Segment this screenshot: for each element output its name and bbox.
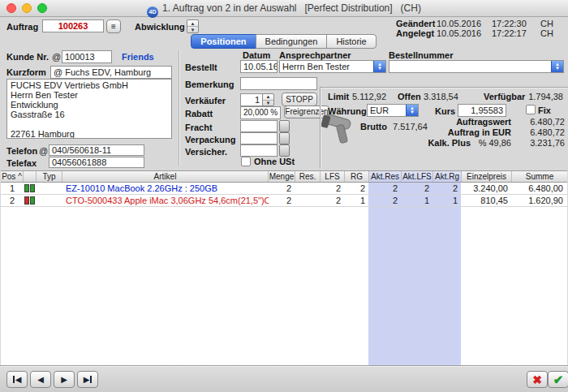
kurs-label: Kurs	[435, 106, 455, 116]
col-artikel[interactable]: Artikel	[62, 171, 269, 182]
col-einzelpreis[interactable]: Einzelpreis	[462, 171, 512, 182]
telefax-label: Telefax	[6, 158, 37, 168]
kalk-plus-percent: % 49,86	[471, 138, 511, 148]
col-akt-res[interactable]: Akt.Res	[369, 171, 402, 182]
verkaeufer-field[interactable]: 1	[240, 93, 263, 106]
auftrag-number-value: 100263	[58, 21, 88, 31]
verpackung-detail-button[interactable]	[279, 132, 290, 144]
ansprechpartner-value: Herrn Ben Tester	[282, 62, 350, 71]
stepper-up-icon: ▲	[187, 20, 198, 27]
kurzform-field[interactable]: @ Fuchs EDV, Hamburg	[50, 66, 172, 79]
limit-label: Limit	[328, 92, 349, 101]
cell-status	[24, 183, 37, 194]
bestellt-date-field[interactable]: 10.05.16	[240, 60, 278, 73]
fracht-detail-button[interactable]	[279, 120, 290, 132]
col-summe[interactable]: Summe	[512, 171, 567, 182]
col-status[interactable]	[24, 171, 37, 182]
cell-artikel: CTO-5000433 Apple iMac 3,06GHz 54,6cm(21…	[62, 195, 269, 206]
tab-positionen[interactable]: Positionen	[191, 34, 256, 49]
cancel-button[interactable]: ✖	[527, 371, 548, 388]
versicherung-detail-button[interactable]	[279, 144, 290, 157]
stepper-down-icon: ▼	[263, 101, 273, 106]
auftragswert-label: Auftragswert	[422, 117, 511, 127]
last-record-button[interactable]: ▶	[77, 371, 98, 388]
dropdown-arrows-icon: ▲▼	[406, 105, 418, 116]
col-akt-lfs[interactable]: Akt.LFS	[402, 171, 433, 182]
left-arrow-icon: ◀	[15, 375, 22, 384]
cell-summe: 6.480,00	[512, 183, 567, 194]
col-lfs[interactable]: LFS	[321, 171, 345, 182]
col-res[interactable]: Res.	[295, 171, 321, 182]
4d-logo-icon: 4D	[147, 6, 158, 18]
waehrung-select[interactable]: EUR ▲▼	[367, 104, 419, 117]
ohne-ust-checkbox[interactable]	[241, 157, 251, 166]
telefon-label: Telefon	[6, 146, 37, 156]
stopp-button[interactable]: STOPP	[282, 93, 317, 106]
cell-akt-lfs: 1	[402, 195, 433, 206]
tab-historie[interactable]: Historie	[326, 34, 376, 49]
right-arrow-icon: ▶	[61, 375, 67, 384]
close-window-button[interactable]	[6, 3, 16, 13]
auftrag-number-field[interactable]: 100263	[42, 19, 104, 32]
kunde-nr-field[interactable]: 100013	[62, 50, 112, 63]
abwicklung-stepper[interactable]: ▲ ▼	[187, 19, 199, 33]
panel-divider	[179, 50, 179, 166]
telefon-field[interactable]: 040/560618-11	[49, 144, 144, 156]
friends-link[interactable]: Friends	[122, 52, 154, 62]
auftragswert-row: Auftragswert 6.480,72	[422, 117, 565, 127]
verpackung-label: Verpackung	[185, 135, 235, 144]
tab-bar: Positionen Bedingungen Historie	[0, 34, 568, 49]
col-pos[interactable]: Pos ^	[1, 171, 24, 182]
versicherung-field[interactable]	[240, 144, 278, 157]
geaendert-date: 10.05.2016	[437, 19, 481, 28]
fix-checkbox[interactable]	[526, 105, 536, 114]
kalk-plus-row: Kalk. Plus % 49,86 3.231,76	[422, 138, 565, 148]
auftrag-list-button[interactable]: ≡	[106, 19, 121, 33]
next-record-button[interactable]: ▶	[54, 371, 75, 388]
cell-summe: 1.620,90	[512, 195, 567, 206]
table-row-1[interactable]: 1 EZ-10010 MacBook 2.26GHz : 250GB 2 2 2…	[1, 183, 567, 195]
previous-record-button[interactable]: ◀	[30, 371, 51, 388]
cell-menge: 2	[269, 183, 295, 194]
minimize-window-button[interactable]	[22, 3, 32, 13]
telefax-field[interactable]: 04056061888	[49, 157, 144, 168]
verkaeufer-label: Verkäufer	[185, 96, 226, 106]
bestellt-label: Bestellt	[185, 62, 217, 72]
address-box[interactable]: FUCHS EDV Vertriebs GmbH Herrn Ben Teste…	[6, 79, 172, 139]
zoom-window-button[interactable]	[37, 3, 47, 13]
bemerkung-label: Bemerkung	[185, 80, 235, 89]
confirm-button[interactable]: ✔	[548, 371, 568, 388]
versicherung-label: Versicher.	[185, 147, 227, 157]
positions-table-body[interactable]: 1 EZ-10010 MacBook 2.26GHz : 250GB 2 2 2…	[1, 183, 567, 365]
dropdown-arrows-icon: ▲▼	[551, 61, 563, 72]
col-menge[interactable]: Menge	[269, 171, 295, 182]
col-akt-rg[interactable]: Akt.Rg	[433, 171, 462, 182]
cell-einzelpreis: 810,45	[462, 195, 512, 206]
col-typ[interactable]: Typ	[37, 171, 62, 182]
bestellnummer-select[interactable]: ▲▼	[389, 60, 564, 73]
verpackung-field[interactable]	[240, 132, 278, 144]
bemerkung-field[interactable]	[240, 77, 317, 90]
table-row-2[interactable]: 2 CTO-5000433 Apple iMac 3,06GHz 54,6cm(…	[1, 195, 567, 207]
cell-akt-lfs: 2	[402, 183, 433, 194]
first-record-button[interactable]: ◀	[6, 371, 28, 388]
kurs-field[interactable]: 1,95583	[458, 104, 506, 117]
auftrag-eur-row: Auftrag in EUR 6.480,72	[422, 127, 565, 137]
col-rg[interactable]: RG	[345, 171, 369, 182]
geaendert-user: CH	[540, 19, 553, 28]
verfuegbar-value: 1.794,38	[524, 92, 563, 101]
tab-bedingungen[interactable]: Bedingungen	[256, 34, 328, 49]
fracht-field[interactable]	[240, 120, 278, 132]
status-indicator-red	[24, 196, 29, 205]
cell-akt-res: 2	[369, 183, 402, 194]
fracht-label: Fracht	[185, 123, 213, 132]
rabatt-field[interactable]: 20,000 %	[240, 106, 281, 119]
verkaeufer-stepper[interactable]: ▲ ▼	[262, 93, 274, 106]
cell-rg: 1	[345, 195, 369, 206]
ansprechpartner-select[interactable]: Herrn Ben Tester ▲▼	[279, 60, 386, 73]
cell-akt-rg: 2	[433, 183, 462, 194]
cell-akt-rg: 1	[433, 195, 462, 206]
fix-label: Fix	[538, 106, 551, 115]
dropdown-arrows-icon: ▲▼	[373, 61, 385, 72]
verfuegbar-label: Verfügbar	[484, 92, 525, 101]
